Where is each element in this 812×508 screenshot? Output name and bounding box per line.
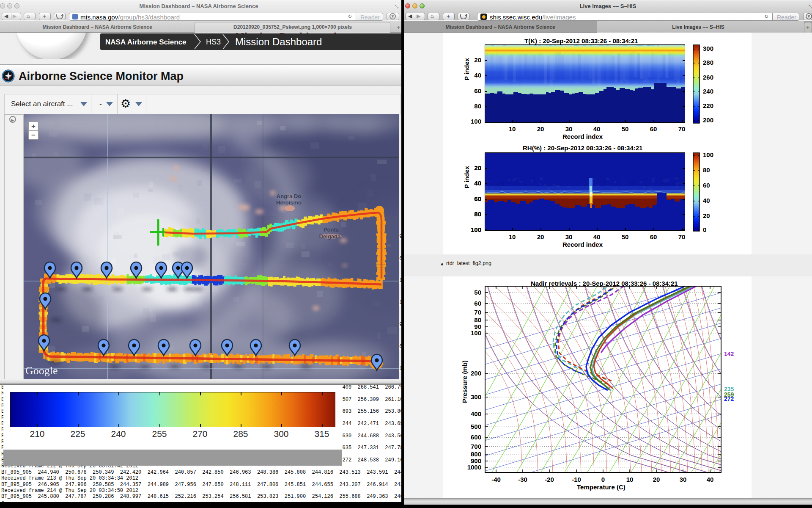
svg-text:Angra Do: Angra Do <box>277 193 302 199</box>
svg-text:Google: Google <box>25 364 58 377</box>
svg-text:Ponta: Ponta <box>324 226 339 233</box>
svg-text:Delgada: Delgada <box>319 233 341 240</box>
svg-text:Heroismo: Heroismo <box>276 199 302 206</box>
